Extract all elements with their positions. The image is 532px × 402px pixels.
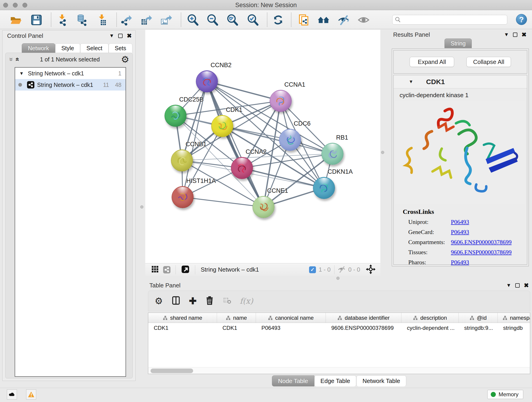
network-node-cdc6[interactable]: [279, 129, 301, 151]
table-cell[interactable]: P06493: [256, 323, 326, 333]
table-cell[interactable]: stringdb:9...: [459, 323, 498, 333]
crosslink-link[interactable]: P06493: [451, 229, 469, 236]
tab-style[interactable]: Style: [55, 43, 80, 53]
network-node-cdkn1a[interactable]: [313, 177, 335, 199]
table-cell[interactable]: CDK1: [217, 323, 256, 333]
selected-nodes-checkbox[interactable]: ✓: [309, 266, 316, 273]
maximize-panel-icon[interactable]: [118, 34, 123, 38]
save-session-icon[interactable]: [30, 13, 43, 27]
import-table-icon[interactable]: [96, 13, 109, 27]
zoom-in-icon[interactable]: [186, 13, 199, 27]
export-image-icon[interactable]: [159, 13, 173, 27]
network-node-label: CCNB2: [210, 62, 232, 69]
gene-section-header[interactable]: ▼ CDK1: [394, 75, 527, 89]
show-columns-icon[interactable]: [171, 296, 181, 306]
expand-all-button[interactable]: Expand All: [410, 57, 454, 67]
crosslink-link[interactable]: 9606.ENSP00000378699: [451, 239, 512, 246]
table-hscrollbar[interactable]: [148, 367, 530, 374]
search-input[interactable]: [403, 17, 505, 23]
network-node-ccnb2[interactable]: [196, 70, 218, 92]
open-session-icon[interactable]: [9, 13, 22, 27]
hidden-items-eye-icon[interactable]: [338, 265, 346, 274]
tab-string[interactable]: String: [444, 38, 472, 48]
table-cell[interactable]: CDK1: [148, 323, 217, 333]
float-panel-icon[interactable]: ▼: [506, 283, 511, 288]
collection-expander-icon[interactable]: ▼: [19, 71, 24, 76]
tab-node-table[interactable]: Node Table: [272, 375, 314, 386]
import-network-from-database-icon[interactable]: [75, 13, 88, 27]
close-panel-icon[interactable]: ✖: [521, 32, 526, 38]
network-node-hist1h1a[interactable]: [172, 186, 194, 208]
network-node-cdk1[interactable]: [211, 115, 233, 137]
column-header-name[interactable]: name: [217, 313, 256, 323]
table-cell[interactable]: stringdb: [498, 323, 530, 333]
gene-expander-icon[interactable]: ▼: [409, 79, 413, 84]
export-network-icon[interactable]: [120, 13, 133, 27]
left-splitter-handle[interactable]: [140, 205, 143, 209]
zoom-fit-icon[interactable]: [226, 13, 239, 27]
network-collection-row[interactable]: ▼ String Network – cdk1 1: [15, 68, 126, 79]
network-canvas[interactable]: CCNB2CCNA1CDC25BCDK1CDC6RB1CCNB1CCNA2CDK…: [145, 30, 380, 263]
export-table-icon[interactable]: [139, 13, 153, 27]
table-cell[interactable]: 9606.ENSP00000378699: [326, 323, 401, 333]
birdseye-grid-icon[interactable]: [151, 265, 159, 274]
crosslink-link[interactable]: P06493: [451, 259, 469, 266]
tab-network[interactable]: Network: [22, 43, 55, 53]
network-node-ccna2[interactable]: [231, 157, 253, 179]
table-settings-gear-icon[interactable]: ⚙: [155, 296, 163, 306]
expand-all-networks-icon[interactable]: »: [13, 57, 20, 61]
column-header-databaseidentifier[interactable]: database identifier: [326, 313, 401, 323]
tab-select[interactable]: Select: [80, 43, 108, 53]
pan-crosshair-icon[interactable]: [366, 264, 376, 275]
control-panel-title: Control Panel: [7, 32, 43, 39]
node-table[interactable]: shared namenamecanonical namedatabase id…: [148, 313, 530, 367]
tab-network-table[interactable]: Network Table: [356, 375, 406, 386]
network-node-ccnb1[interactable]: [171, 149, 193, 172]
column-header-sharedname[interactable]: shared name: [148, 313, 217, 323]
network-options-gear-icon[interactable]: ⚙: [121, 55, 129, 64]
column-header-id[interactable]: @id: [459, 313, 498, 323]
column-header-namespace[interactable]: namespace: [498, 313, 530, 323]
delete-column-icon[interactable]: [205, 296, 215, 306]
tab-edge-table[interactable]: Edge Table: [314, 375, 356, 386]
zoom-selected-icon[interactable]: [246, 13, 259, 27]
import-network-icon[interactable]: [56, 13, 69, 27]
export-view-icon[interactable]: [181, 265, 190, 275]
table-cell[interactable]: cyclin-dependent ...: [401, 323, 459, 333]
crosslink-link[interactable]: 9606.ENSP00000378699: [451, 249, 512, 256]
network-node-ccna1[interactable]: [270, 90, 292, 112]
collapse-all-button[interactable]: Collapse All: [467, 57, 511, 67]
help-icon[interactable]: ?: [516, 14, 527, 25]
network-node-cdc25b[interactable]: [165, 105, 186, 127]
right-splitter-handle[interactable]: [381, 151, 384, 154]
network-overview-icon[interactable]: [163, 266, 171, 274]
crosslinks-section: CrossLinks Uniprot:P06493GeneCard:P06493…: [394, 208, 527, 269]
zoom-out-icon[interactable]: [206, 13, 219, 27]
column-header-canonicalname[interactable]: canonical name: [256, 313, 326, 323]
network-row-selected[interactable]: String Network – cdk1 11 48: [15, 79, 126, 90]
clone-network-icon[interactable]: [297, 13, 310, 27]
maximize-panel-icon[interactable]: [513, 32, 517, 37]
network-node-ccne1[interactable]: [253, 196, 274, 218]
tab-sets[interactable]: Sets: [109, 43, 133, 53]
cloud-icon[interactable]: [7, 389, 17, 400]
show-hidden-icon[interactable]: [357, 13, 370, 27]
maximize-panel-icon[interactable]: [515, 283, 520, 288]
network-node-rb1[interactable]: [322, 143, 343, 165]
float-panel-icon[interactable]: ▼: [109, 33, 114, 38]
table-row[interactable]: CDK1CDK1P064939606.ENSP00000378699cyclin…: [148, 323, 530, 333]
memory-button[interactable]: Memory: [487, 390, 523, 399]
crosslink-link[interactable]: P06493: [451, 219, 469, 225]
search-box[interactable]: [392, 15, 507, 25]
column-header-description[interactable]: description: [401, 313, 459, 323]
refresh-icon[interactable]: [272, 13, 285, 27]
hide-selected-icon[interactable]: [337, 13, 350, 27]
close-panel-icon[interactable]: ✖: [524, 282, 529, 288]
show-all-windows-icon[interactable]: [317, 13, 330, 27]
close-panel-icon[interactable]: ✖: [127, 33, 132, 39]
bottom-splitter-handle[interactable]: [336, 277, 340, 280]
warning-icon[interactable]: [26, 389, 36, 400]
create-column-icon[interactable]: ✚: [189, 296, 197, 306]
table-hscrollbar-thumb[interactable]: [151, 369, 193, 373]
float-panel-icon[interactable]: ▼: [504, 32, 509, 37]
